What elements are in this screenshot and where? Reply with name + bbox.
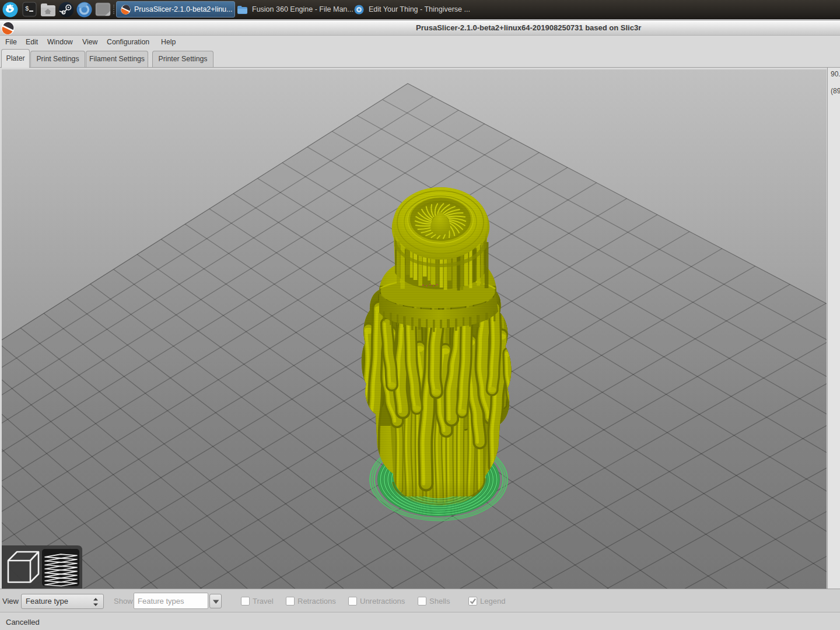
svg-text:$: $: [25, 5, 29, 12]
